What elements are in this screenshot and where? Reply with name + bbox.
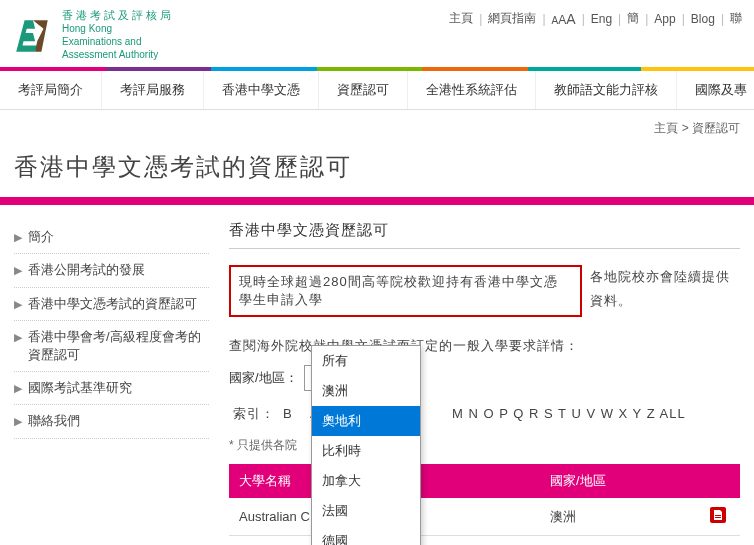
filter-label: 國家/地區： (229, 369, 298, 387)
page-title: 香港中學文憑考試的資歷認可 (0, 143, 754, 197)
nav-item-1[interactable]: 考評局服務 (102, 71, 204, 109)
chevron-right-icon: ▶ (14, 381, 22, 396)
link-simplified[interactable]: 簡 (627, 10, 639, 27)
country-dropdown-list: 所有澳洲奧地利比利時加拿大法國德國 (311, 345, 421, 545)
dropdown-option[interactable]: 德國 (312, 526, 420, 545)
sidebar-item-2[interactable]: ▶香港中學文憑考試的資歷認可 (14, 288, 209, 321)
nav-item-3[interactable]: 資歷認可 (319, 71, 408, 109)
header: 香港考試及評核局 Hong Kong Examinations and Asse… (0, 0, 754, 67)
sidebar-item-1[interactable]: ▶香港公開考試的發展 (14, 254, 209, 287)
chevron-right-icon: ▶ (14, 230, 22, 245)
highlight-notice: 現時全球超過280間高等院校歡迎持有香港中學文憑學生申請入學 (229, 265, 582, 317)
link-home[interactable]: 主頁 (449, 10, 473, 27)
col-pdf (700, 464, 740, 498)
svg-rect-2 (715, 517, 721, 518)
svg-rect-1 (715, 515, 721, 516)
link-sitemap[interactable]: 網頁指南 (488, 10, 536, 27)
font-size-control[interactable]: AAA (552, 11, 576, 27)
breadcrumb-current: 資歷認可 (692, 121, 740, 135)
link-blog[interactable]: Blog (691, 12, 715, 26)
breadcrumb-home[interactable]: 主頁 (654, 121, 678, 135)
org-name: 香港考試及評核局 Hong Kong Examinations and Asse… (62, 8, 174, 61)
alpha-index: 索引：B A M N O P Q R S T U V W X Y Z ALL (229, 405, 740, 423)
sidebar-item-0[interactable]: ▶簡介 (14, 221, 209, 254)
cell-pdf[interactable] (700, 536, 740, 545)
table-row: Australian C澳洲 (229, 498, 740, 536)
universities-table: 大學名稱 國家/地區 Australian C澳洲Bond Unive澳洲Cen… (229, 464, 740, 545)
dropdown-option[interactable]: 加拿大 (312, 466, 420, 496)
logo[interactable]: 香港考試及評核局 Hong Kong Examinations and Asse… (12, 8, 174, 61)
dropdown-option[interactable]: 所有 (312, 346, 420, 376)
cell-region: 澳洲 (540, 498, 700, 536)
chevron-right-icon: ▶ (14, 330, 22, 345)
cell-region: 澳洲 (540, 536, 700, 545)
pdf-icon (710, 507, 726, 523)
notice-suffix: 各地院校亦會陸續提供資料。 (590, 265, 740, 312)
title-accent-bar (0, 197, 754, 205)
main-content: 香港中學文憑資歷認可 現時全球超過280間高等院校歡迎持有香港中學文憑學生申請入… (229, 221, 740, 545)
link-more[interactable]: 聯 (730, 10, 742, 27)
index-b[interactable]: B (283, 406, 293, 421)
dropdown-option[interactable]: 法國 (312, 496, 420, 526)
dropdown-option[interactable]: 比利時 (312, 436, 420, 466)
table-row: Bond Unive澳洲 (229, 536, 740, 545)
main-nav: 考評局簡介 考評局服務 香港中學文憑 資歷認可 全港性系統評估 教師語文能力評核… (0, 71, 754, 110)
logo-icon (12, 14, 54, 56)
link-eng[interactable]: Eng (591, 12, 612, 26)
dropdown-option[interactable]: 澳洲 (312, 376, 420, 406)
chevron-right-icon: ▶ (14, 263, 22, 278)
filter-intro: 查閱海外院校就中學文憑試而訂定的一般入學要求詳情： (229, 337, 740, 355)
dropdown-option[interactable]: 奧地利 (312, 406, 420, 436)
table-note: * 只提供各院 (229, 437, 740, 454)
breadcrumb: 主頁 > 資歷認可 (0, 110, 754, 143)
top-utility-links: 主頁| 網頁指南| AAA| Eng| 簡| App| Blog| 聯 (449, 8, 742, 27)
sidebar-item-4[interactable]: ▶國際考試基準研究 (14, 372, 209, 405)
chevron-right-icon: ▶ (14, 414, 22, 429)
col-region: 國家/地區 (540, 464, 700, 498)
chevron-right-icon: ▶ (14, 297, 22, 312)
nav-item-2[interactable]: 香港中學文憑 (204, 71, 319, 109)
cell-pdf[interactable] (700, 498, 740, 536)
index-rest[interactable]: M N O P Q R S T U V W X Y Z ALL (452, 406, 686, 421)
nav-item-6[interactable]: 國際及專 (677, 71, 754, 109)
sidebar-item-3[interactable]: ▶香港中學會考/高級程度會考的資歷認可 (14, 321, 209, 372)
sidebar-item-5[interactable]: ▶聯絡我們 (14, 405, 209, 438)
nav-item-0[interactable]: 考評局簡介 (0, 71, 102, 109)
link-app[interactable]: App (654, 12, 675, 26)
nav-item-5[interactable]: 教師語文能力評核 (536, 71, 677, 109)
sidebar: ▶簡介 ▶香港公開考試的發展 ▶香港中學文憑考試的資歷認可 ▶香港中學會考/高級… (14, 221, 209, 545)
nav-item-4[interactable]: 全港性系統評估 (408, 71, 536, 109)
section-title: 香港中學文憑資歷認可 (229, 221, 740, 249)
